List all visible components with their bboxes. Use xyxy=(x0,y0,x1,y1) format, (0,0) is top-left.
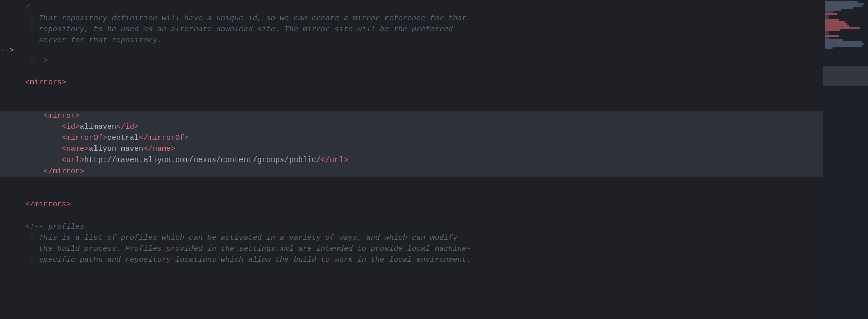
editor-container: / | That repository definition will have… xyxy=(0,0,868,319)
code-line xyxy=(0,66,823,77)
line-text xyxy=(25,188,812,199)
code-line xyxy=(0,99,823,111)
line-text: <mirror> xyxy=(25,111,812,122)
line-text: | That repository definition will have a… xyxy=(25,13,812,24)
line-text: | This is a list of profiles which can b… xyxy=(25,233,812,244)
line-text: |--> xyxy=(25,55,812,66)
code-content: / | That repository definition will have… xyxy=(0,0,823,279)
minimap-viewport xyxy=(823,66,868,86)
line-text: / xyxy=(25,2,812,13)
code-line: | specific paths and repository location… xyxy=(0,255,823,266)
line-text: <name>aliyun maven</name> xyxy=(25,144,812,155)
line-text xyxy=(25,66,812,77)
code-line: | xyxy=(0,266,823,277)
line-text: | xyxy=(25,266,812,277)
code-line: | This is a list of profiles which can b… xyxy=(0,233,823,244)
code-line-url: <url>http://maven.aliyun.com/nexus/conte… xyxy=(0,155,823,166)
minimap-content xyxy=(823,0,868,50)
code-line xyxy=(0,188,823,199)
minimap[interactable] xyxy=(823,0,868,319)
line-text xyxy=(25,177,812,188)
code-line-mirror-close: </mirror> xyxy=(0,166,823,177)
code-line-id: <id>alimaven</id> xyxy=(0,122,823,133)
code-area[interactable]: / | That repository definition will have… xyxy=(0,0,823,319)
code-line: / xyxy=(0,2,823,13)
code-line xyxy=(0,177,823,188)
code-line-profiles-comment: <!-- profiles xyxy=(0,222,823,233)
line-text: | repository, to be used as an alternate… xyxy=(25,24,812,35)
line-text: <!-- profiles xyxy=(25,222,812,233)
line-text: <mirrors> xyxy=(25,77,812,88)
code-line: | repository, to be used as an alternate… xyxy=(0,24,823,35)
code-line-mirrors-close: </mirrors> xyxy=(0,199,823,210)
line-text: </mirror> xyxy=(25,166,812,177)
line-text xyxy=(25,99,812,111)
code-line: <mirrors> xyxy=(0,77,823,88)
code-line: | That repository definition will have a… xyxy=(0,13,823,24)
code-line-mirrorof: <mirrorOf>central</mirrorOf> xyxy=(0,133,823,144)
code-line-mirror-open: <mirror> xyxy=(0,111,823,122)
code-line: | server for that repository. xyxy=(0,35,823,46)
line-text: </mirrors> xyxy=(25,199,812,210)
code-line xyxy=(0,210,823,222)
code-line: | the build process. Profiles provided i… xyxy=(0,244,823,255)
code-line: |--> xyxy=(0,55,823,66)
code-line xyxy=(0,88,823,99)
code-line-name: <name>aliyun maven</name> xyxy=(0,144,823,155)
line-text: <id>alimaven</id> xyxy=(25,122,812,133)
line-text: <mirrorOf>central</mirrorOf> xyxy=(25,133,812,144)
line-text: | the build process. Profiles provided i… xyxy=(25,244,812,255)
line-text: | server for that repository. xyxy=(25,35,812,46)
line-text: | specific paths and repository location… xyxy=(25,255,812,266)
line-text: <url>http://maven.aliyun.com/nexus/conte… xyxy=(25,155,812,166)
line-text xyxy=(25,210,812,222)
line-text xyxy=(25,88,812,99)
